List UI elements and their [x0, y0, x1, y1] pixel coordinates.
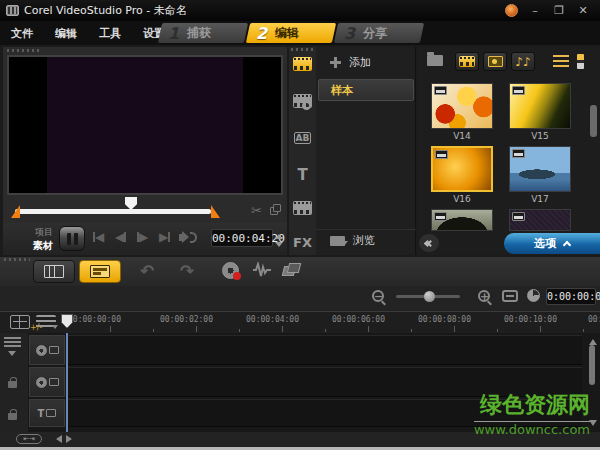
filter-audio-button[interactable]: ♪♪: [511, 52, 535, 71]
drag-grip: [291, 48, 313, 51]
step-number: 3: [344, 24, 355, 43]
title-track-header[interactable]: T: [29, 399, 65, 427]
clock-icon[interactable]: [527, 289, 540, 302]
track-lock-icon[interactable]: [8, 413, 17, 420]
track-add-remove-button[interactable]: +/-: [30, 323, 42, 332]
filter-video-button[interactable]: [455, 52, 479, 71]
track-manager-arrow-icon[interactable]: [8, 351, 16, 360]
timeline-view-button[interactable]: [79, 260, 121, 283]
gallery-scrollbar[interactable]: [590, 89, 597, 249]
zoom-in-icon[interactable]: +: [478, 290, 490, 302]
pause-icon: [67, 233, 78, 245]
close-button[interactable]: ✕: [576, 4, 590, 17]
browse-button[interactable]: 浏览: [316, 229, 416, 249]
menu-tools[interactable]: 工具: [88, 26, 132, 41]
pause-button[interactable]: [59, 226, 85, 251]
fit-timeline-icon[interactable]: [502, 290, 518, 302]
video-badge-icon: [434, 212, 447, 221]
enlarge-preview-icon[interactable]: [270, 204, 280, 215]
ruler-label: 00:00:06:00: [332, 315, 385, 324]
sort-view-icon[interactable]: [577, 54, 584, 69]
overlay-track-header[interactable]: [29, 367, 65, 397]
step-number: 1: [168, 24, 179, 43]
folder-icon[interactable]: [427, 55, 443, 66]
track-manager-icon[interactable]: [4, 337, 21, 347]
thumbnail-v15[interactable]: [509, 83, 571, 129]
filter-photo-button[interactable]: [483, 52, 507, 71]
timeline-playhead[interactable]: [61, 314, 73, 328]
graphic-tab[interactable]: AB: [292, 129, 313, 147]
spin-down-icon[interactable]: [275, 242, 283, 251]
track-toggle-arrow-icon[interactable]: [52, 325, 58, 332]
menu-edit[interactable]: 编辑: [44, 26, 88, 41]
storyboard-small-icon[interactable]: [10, 315, 30, 329]
thumbnail-v17[interactable]: [509, 146, 571, 192]
video-track-row[interactable]: [66, 335, 582, 365]
timeline-icon: [90, 265, 110, 278]
minimize-button[interactable]: –: [528, 4, 542, 17]
project-mode-toggle[interactable]: 项目: [23, 226, 53, 239]
storyboard-view-button[interactable]: [33, 260, 75, 283]
home-button[interactable]: ◀: [93, 231, 104, 243]
decoration-tab[interactable]: [292, 199, 313, 217]
zoom-out-icon[interactable]: −: [372, 290, 384, 302]
scrollbar-thumb[interactable]: [589, 345, 595, 385]
sample-folder-item[interactable]: 样本: [318, 79, 414, 101]
split-clip-icon[interactable]: ✂: [251, 203, 262, 218]
scrub-track[interactable]: [15, 209, 211, 214]
library-nav: AB T FX: [289, 47, 316, 255]
track-lock-icon[interactable]: [8, 381, 17, 388]
thumbnail-v14[interactable]: [431, 83, 493, 129]
end-button[interactable]: ▶: [159, 231, 170, 243]
thumbnail-v16-selected[interactable]: [431, 146, 493, 192]
audio-filter-icon: ♪♪: [515, 55, 530, 69]
sound-mixer-icon[interactable]: [252, 262, 272, 282]
undo-button[interactable]: ↶: [140, 261, 154, 281]
step-number: 2: [256, 24, 267, 43]
scroll-right-icon[interactable]: [66, 435, 76, 443]
filter-tab[interactable]: FX: [292, 233, 313, 251]
trim-start-handle[interactable]: [11, 205, 20, 218]
zoom-slider-thumb[interactable]: [424, 291, 435, 302]
options-button[interactable]: 选项: [504, 233, 600, 254]
ripple-edit-icon[interactable]: [283, 263, 301, 277]
thumbnail-partial[interactable]: [509, 209, 571, 231]
title-tab[interactable]: T: [292, 166, 313, 184]
zoom-slider[interactable]: [396, 295, 460, 298]
timeline-timecode-field[interactable]: 0:00:00:00: [546, 288, 596, 305]
record-capture-icon[interactable]: [222, 262, 239, 279]
corel-badge-icon[interactable]: [505, 4, 518, 17]
spin-up-icon[interactable]: [275, 230, 283, 239]
scroll-up-icon[interactable]: [589, 335, 597, 345]
maximize-button[interactable]: ❐: [552, 4, 566, 17]
tab-capture[interactable]: 1 捕获: [158, 23, 248, 43]
media-library-tab[interactable]: [292, 55, 313, 73]
video-filter-icon: [459, 56, 475, 67]
tab-edit[interactable]: 2 编辑: [246, 23, 336, 43]
menu-file[interactable]: 文件: [0, 26, 44, 41]
list-view-icon[interactable]: [553, 55, 569, 68]
watermark-site-name: 绿色资源网: [474, 390, 590, 422]
watermark-site-url: www.downcc.com: [474, 422, 590, 437]
scrollbar-thumb[interactable]: [590, 105, 597, 137]
redo-button[interactable]: ↷: [180, 261, 194, 281]
video-track-header[interactable]: [29, 335, 65, 365]
previous-frame-button[interactable]: ◀: [115, 231, 126, 243]
trim-end-handle[interactable]: [211, 205, 220, 218]
fit-project-button[interactable]: ⇤⇥: [16, 434, 42, 444]
thumbnail-label: V14: [431, 131, 493, 141]
add-folder-button[interactable]: 添加: [316, 51, 416, 73]
timeline-ruler[interactable]: 00:00:00:00 00:00:02:00 00:00:04:00 00:0…: [0, 311, 600, 333]
storyboard-icon: [44, 265, 64, 278]
thumbnail-partial[interactable]: [431, 209, 493, 231]
clip-mode-toggle[interactable]: 素材: [23, 239, 53, 253]
transition-tab[interactable]: [292, 92, 313, 110]
clip-timecode-field[interactable]: 00:00:04:20: [211, 229, 273, 247]
ruler-label: 00:00:02:00: [160, 315, 213, 324]
collapse-panel-button[interactable]: [419, 234, 439, 252]
ruler-label: 00:00:08:00: [418, 315, 471, 324]
next-frame-button[interactable]: ▶: [137, 231, 148, 243]
scroll-left-icon[interactable]: [52, 435, 62, 443]
tab-share[interactable]: 3 分享: [334, 23, 424, 43]
timecode-spinner[interactable]: [275, 230, 283, 251]
